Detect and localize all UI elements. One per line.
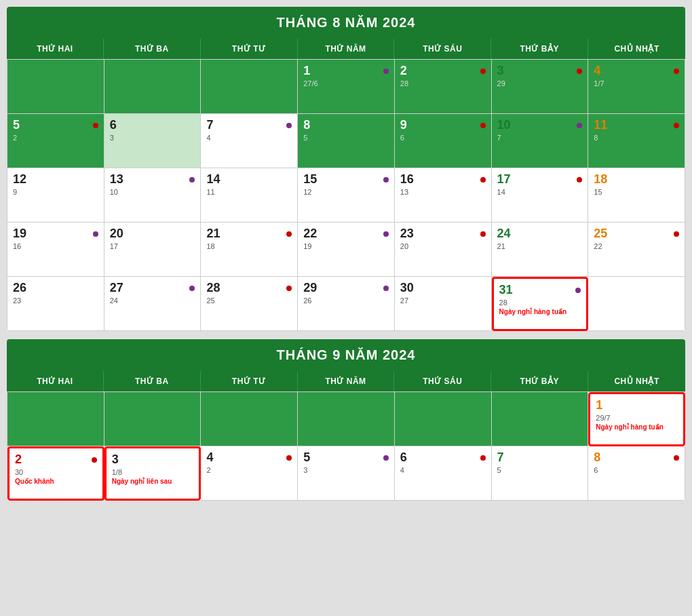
dot-indicator <box>480 231 486 237</box>
lunar-date: 19 <box>303 242 389 250</box>
holiday-label: Ngày nghỉ hàng tuần <box>596 423 678 431</box>
lunar-date: 5 <box>303 134 389 142</box>
day-number: 7 <box>206 118 213 132</box>
dot-indicator <box>286 286 292 291</box>
day-cell: 1916 <box>7 223 104 277</box>
day-number: 5 <box>13 118 20 132</box>
day-cell <box>395 392 492 446</box>
dot-indicator <box>577 177 582 182</box>
day-cell: 53 <box>298 446 395 501</box>
dot-indicator <box>480 69 486 74</box>
day-number: 4 <box>206 450 213 465</box>
lunar-date: 5 <box>497 466 583 474</box>
lunar-date: 16 <box>13 242 98 250</box>
day-cell: 42 <box>201 446 298 501</box>
day-cell: 2320 <box>395 223 492 277</box>
lunar-date: 3 <box>110 134 195 142</box>
lunar-date: 21 <box>497 242 583 250</box>
day-number: 14 <box>206 172 220 187</box>
day-header: THỨ SÁU <box>394 39 491 59</box>
day-cell: 96 <box>395 114 492 168</box>
lunar-date: 28 <box>499 299 581 307</box>
lunar-date: 25 <box>206 296 292 305</box>
lunar-date: 10 <box>110 188 195 196</box>
day-number: 7 <box>497 450 504 465</box>
day-cell <box>104 60 201 114</box>
day-cell <box>588 277 685 331</box>
day-number: 10 <box>497 118 511 132</box>
dot-indicator <box>674 123 679 128</box>
month-title: THÁNG 9 NĂM 2024 <box>7 339 685 371</box>
day-number: 2 <box>400 64 407 78</box>
lunar-date: 7 <box>497 134 583 142</box>
dot-indicator <box>189 177 195 182</box>
dot-indicator <box>674 455 679 461</box>
lunar-date: 24 <box>110 296 195 305</box>
day-cell: 3027 <box>395 277 492 331</box>
day-header: THỨ HAI <box>7 371 104 391</box>
day-number: 18 <box>594 172 607 187</box>
day-header: THỨ NĂM <box>298 371 395 391</box>
dot-indicator <box>93 231 98 237</box>
day-number: 20 <box>110 227 123 241</box>
day-header: THỨ BA <box>104 39 201 59</box>
month-block-1: THÁNG 9 NĂM 2024THỨ HAITHỨ BATHỨ TƯTHỨ N… <box>7 339 685 501</box>
day-header: THỨ BẢY <box>491 39 588 59</box>
day-header: THỨ NĂM <box>298 39 395 59</box>
day-header: CHỦ NHẬT <box>588 371 685 391</box>
dot-indicator <box>480 455 486 461</box>
day-cell: 1613 <box>395 168 492 223</box>
month-title: THÁNG 8 NĂM 2024 <box>7 7 685 39</box>
day-header: THỨ BA <box>104 371 201 391</box>
day-number: 1 <box>596 398 602 412</box>
day-number: 8 <box>594 450 600 465</box>
day-cell: 107 <box>492 114 589 168</box>
dot-indicator <box>286 231 292 237</box>
day-number: 30 <box>400 281 414 295</box>
lunar-date: 3 <box>303 466 389 474</box>
lunar-date: 4 <box>206 134 292 142</box>
day-cell: 129/7Ngày nghỉ hàng tuần <box>588 392 685 446</box>
calendar-grid: 129/7Ngày nghỉ hàng tuần230Quốc khánh31/… <box>7 391 685 501</box>
day-cell: 2825 <box>201 277 298 331</box>
day-cell <box>104 392 201 446</box>
day-cell: 64 <box>395 446 492 501</box>
day-number: 13 <box>110 172 123 187</box>
day-cell: 74 <box>201 114 298 168</box>
lunar-date: 6 <box>400 134 486 142</box>
lunar-date: 29 <box>497 79 583 88</box>
day-number: 5 <box>303 450 310 465</box>
day-cell: 329 <box>492 60 589 114</box>
day-cell: 118 <box>588 114 685 168</box>
dot-indicator <box>480 123 486 128</box>
lunar-date: 2 <box>13 134 98 142</box>
day-cell: 75 <box>492 446 589 501</box>
holiday-label: Quốc khánh <box>15 478 97 485</box>
day-cell: 2926 <box>298 277 395 331</box>
day-number: 4 <box>594 64 600 78</box>
day-number: 3 <box>112 453 119 467</box>
day-number: 11 <box>594 118 607 132</box>
day-number: 27 <box>110 281 123 295</box>
day-cell <box>201 60 298 114</box>
holiday-label: Ngày nghỉ hàng tuần <box>499 308 581 315</box>
month-block-0: THÁNG 8 NĂM 2024THỨ HAITHỨ BATHỨ TƯTHỨ N… <box>7 7 685 331</box>
lunar-date: 27/6 <box>303 79 389 88</box>
dot-indicator <box>383 231 389 237</box>
dot-indicator <box>286 123 292 128</box>
lunar-date: 30 <box>15 468 97 476</box>
day-cell: 2118 <box>201 223 298 277</box>
day-cell: 86 <box>588 446 685 501</box>
day-number: 29 <box>303 281 317 295</box>
day-number: 22 <box>303 227 317 241</box>
day-number: 16 <box>400 172 414 187</box>
lunar-date: 4 <box>400 466 486 474</box>
lunar-date: 27 <box>400 296 486 305</box>
dot-indicator <box>577 123 582 128</box>
calendar-grid: 127/622832941/75263748596107118129131014… <box>7 59 685 331</box>
dot-indicator <box>383 286 389 291</box>
day-cell: 3128Ngày nghỉ hàng tuần <box>492 277 589 331</box>
lunar-date: 22 <box>594 242 679 250</box>
lunar-date: 6 <box>594 466 679 474</box>
day-cell: 1310 <box>104 168 201 223</box>
